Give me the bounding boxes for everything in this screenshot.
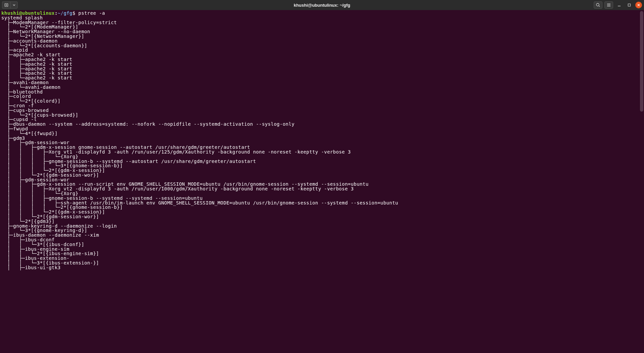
close-button[interactable] bbox=[635, 2, 642, 8]
prompt-path: ~/gfg bbox=[58, 10, 72, 16]
maximize-button[interactable] bbox=[625, 1, 633, 9]
window-titlebar: khushi@ubuntulinux: ~/gfg bbox=[0, 0, 644, 10]
prompt-symbol: $ bbox=[72, 10, 75, 16]
menu-button[interactable] bbox=[604, 1, 613, 9]
svg-rect-9 bbox=[628, 4, 631, 6]
new-tab-button[interactable] bbox=[2, 1, 10, 9]
scrollbar-thumb[interactable] bbox=[640, 11, 643, 112]
titlebar-left-controls bbox=[2, 1, 18, 9]
titlebar-right-controls bbox=[594, 1, 642, 9]
window-title: khushi@ubuntulinux: ~/gfg bbox=[294, 3, 350, 7]
tab-dropdown-button[interactable] bbox=[10, 1, 18, 9]
search-button[interactable] bbox=[594, 1, 602, 9]
terminal-content[interactable]: khushi@ubuntulinux:~/gfg$ pstree -a syst… bbox=[0, 10, 644, 271]
pstree-output: systemd splash ├─ModemManager --filter-p… bbox=[1, 16, 643, 270]
svg-line-4 bbox=[599, 6, 600, 7]
minimize-button[interactable] bbox=[615, 1, 623, 9]
prompt-colon: : bbox=[55, 10, 58, 16]
prompt-command: pstree -a bbox=[75, 10, 105, 16]
svg-point-3 bbox=[596, 3, 599, 6]
